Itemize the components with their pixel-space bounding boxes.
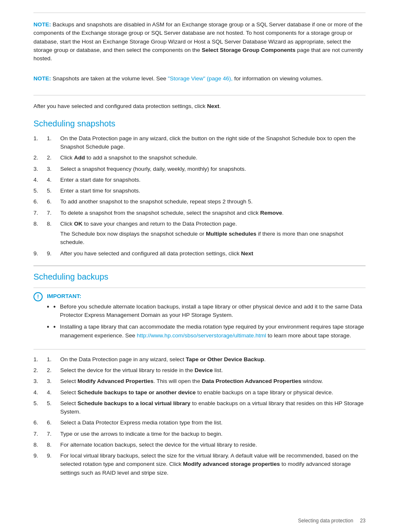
important-section: ! IMPORTANT: •Before you schedule altern… <box>33 288 366 345</box>
section1-list: 1.On the Data Protection page in any wiz… <box>33 134 366 258</box>
section1: Scheduling snapshots 1.On the Data Prote… <box>33 119 366 258</box>
list-item: 8.Click OK to save your changes and retu… <box>33 220 366 247</box>
section2-title: Scheduling backups <box>33 272 366 282</box>
important-link[interactable]: http://www.hp.com/sbso/serverstorage/ult… <box>137 332 266 339</box>
list-item: 1.On the Data Protection page in any wiz… <box>33 134 366 152</box>
note2-block: NOTE: Snapshots are taken at the volume … <box>33 75 366 89</box>
list-item: •Before you schedule alternate location … <box>47 303 366 320</box>
list-item: 6.Select a Data Protector Express media … <box>33 419 366 427</box>
section2: Scheduling backups ! IMPORTANT: •Before … <box>33 272 366 477</box>
after-note-text: After you have selected and configured d… <box>33 102 366 111</box>
note1-text: Backups and snapshots are disabled in AS… <box>33 21 363 62</box>
section2-rule <box>33 265 366 266</box>
page-content: NOTE: Backups and snapshots are disabled… <box>0 0 399 506</box>
important-bullets: •Before you schedule alternate location … <box>47 303 366 340</box>
note2-link[interactable]: "Storage View" (page 46), <box>168 75 233 82</box>
section2-list: 1.On the Data Protection page in any wiz… <box>33 355 366 477</box>
footer-left: Selecting data protection <box>298 518 353 524</box>
important-rule <box>33 349 366 350</box>
footer: Selecting data protection 23 <box>298 518 366 524</box>
list-item: 6.To add another snapshot to the snapsho… <box>33 198 366 206</box>
top-rule <box>33 13 366 13</box>
list-item: 9.For local virtual library backups, sel… <box>33 452 366 477</box>
important-content: IMPORTANT: •Before you schedule alternat… <box>47 293 366 345</box>
note1-label: NOTE: <box>33 21 51 28</box>
note2-label: NOTE: <box>33 75 51 82</box>
list-item: 4.Select Schedule backups to tape or ano… <box>33 388 366 397</box>
list-item: 3.Select Modify Advanced Properties. Thi… <box>33 377 366 386</box>
list-item: 5.Enter a start time for snapshots. <box>33 187 366 195</box>
note1-block: NOTE: Backups and snapshots are disabled… <box>33 21 366 69</box>
after-notes-rule <box>33 95 366 95</box>
footer-right: 23 <box>360 518 366 524</box>
list-item: 9.After you have selected and configured… <box>33 249 366 258</box>
note2-text: Snapshots are taken at the volume level.… <box>53 75 323 82</box>
list-item: 1.On the Data Protection page in any wiz… <box>33 355 366 364</box>
list-item: 3.Select a snapshot frequency (hourly, d… <box>33 165 366 173</box>
important-icon: ! <box>33 292 43 301</box>
list-item: 7.Type or use the arrows to indicate a t… <box>33 430 366 438</box>
important-label: IMPORTANT: <box>47 293 366 299</box>
list-item: 2.Click Add to add a snapshot to the sna… <box>33 154 366 162</box>
list-item: 2.Select the device for the virtual libr… <box>33 366 366 375</box>
section1-title: Scheduling snapshots <box>33 119 366 129</box>
list-item: •Installing a tape library that can acco… <box>47 323 366 340</box>
list-item: 7.To delete a snapshot from the snapshot… <box>33 209 366 217</box>
list-item: 8.For alternate location backups, select… <box>33 441 366 449</box>
list-item: 4.Enter a start date for snapshots. <box>33 176 366 184</box>
list-item: 5.Select Schedule backups to a local vir… <box>33 399 366 416</box>
